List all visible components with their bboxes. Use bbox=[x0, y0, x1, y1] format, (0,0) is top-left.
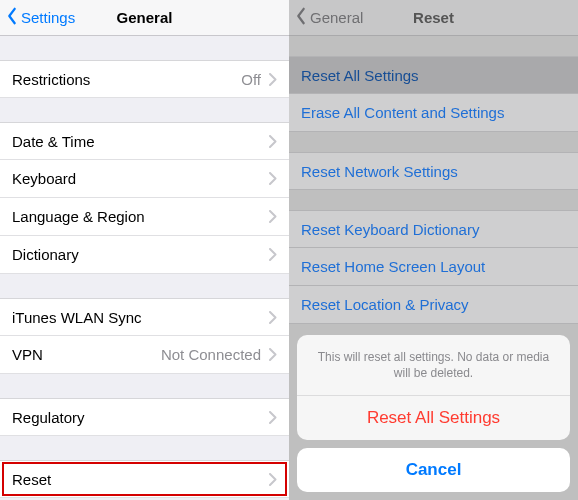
back-to-general-button[interactable]: General bbox=[295, 7, 363, 28]
chevron-left-icon bbox=[295, 7, 310, 28]
cell-date-time[interactable]: Date & Time bbox=[0, 122, 289, 160]
cell-label: Reset bbox=[12, 471, 269, 488]
cell-value: Not Connected bbox=[161, 346, 261, 363]
cancel-button[interactable]: Cancel bbox=[297, 448, 570, 492]
cell-itunes-wlan-sync[interactable]: iTunes WLAN Sync bbox=[0, 298, 289, 336]
cell-reset-network[interactable]: Reset Network Settings bbox=[289, 152, 578, 190]
chevron-left-icon bbox=[6, 7, 21, 28]
cell-label: iTunes WLAN Sync bbox=[12, 309, 269, 326]
cell-restrictions[interactable]: Restrictions Off bbox=[0, 60, 289, 98]
group-reset-c: Reset Keyboard Dictionary Reset Home Scr… bbox=[289, 210, 578, 324]
chevron-right-icon bbox=[269, 248, 277, 261]
navbar-general: Settings General bbox=[0, 0, 289, 36]
chevron-right-icon bbox=[269, 73, 277, 86]
cell-reset-location-privacy[interactable]: Reset Location & Privacy bbox=[289, 286, 578, 324]
action-sheet-main: This will reset all settings. No data or… bbox=[297, 335, 570, 440]
back-label: General bbox=[310, 9, 363, 26]
cell-label: Reset Keyboard Dictionary bbox=[301, 221, 566, 238]
cell-label: Erase All Content and Settings bbox=[301, 104, 566, 121]
cell-label: Dictionary bbox=[12, 246, 269, 263]
page-title: General bbox=[117, 9, 173, 26]
action-sheet-message: This will reset all settings. No data or… bbox=[297, 335, 570, 396]
group-restrictions: Restrictions Off bbox=[0, 60, 289, 98]
cell-dictionary[interactable]: Dictionary bbox=[0, 236, 289, 274]
reset-screen: General Reset Reset All Settings Erase A… bbox=[289, 0, 578, 500]
general-settings-screen: Settings General Restrictions Off Date &… bbox=[0, 0, 289, 500]
cell-value: Off bbox=[241, 71, 261, 88]
group-reset-a: Reset All Settings Erase All Content and… bbox=[289, 56, 578, 132]
group-reset-b: Reset Network Settings bbox=[289, 152, 578, 190]
cell-reset-all-settings[interactable]: Reset All Settings bbox=[289, 56, 578, 94]
group-locale: Date & Time Keyboard Language & Region D… bbox=[0, 122, 289, 274]
chevron-right-icon bbox=[269, 411, 277, 424]
group-network: iTunes WLAN Sync VPN Not Connected bbox=[0, 298, 289, 374]
cell-regulatory[interactable]: Regulatory bbox=[0, 398, 289, 436]
group-reset: Reset bbox=[0, 460, 289, 498]
cell-erase-all-content[interactable]: Erase All Content and Settings bbox=[289, 94, 578, 132]
cell-label: Regulatory bbox=[12, 409, 269, 426]
chevron-right-icon bbox=[269, 348, 277, 361]
back-to-settings-button[interactable]: Settings bbox=[6, 7, 75, 28]
cell-label: Reset Home Screen Layout bbox=[301, 258, 566, 275]
cell-reset-keyboard-dictionary[interactable]: Reset Keyboard Dictionary bbox=[289, 210, 578, 248]
cell-label: Date & Time bbox=[12, 133, 269, 150]
cell-language-region[interactable]: Language & Region bbox=[0, 198, 289, 236]
cell-reset[interactable]: Reset bbox=[0, 460, 289, 498]
group-regulatory: Regulatory bbox=[0, 398, 289, 436]
cell-reset-home-screen[interactable]: Reset Home Screen Layout bbox=[289, 248, 578, 286]
action-sheet: This will reset all settings. No data or… bbox=[297, 335, 570, 492]
cell-label: Restrictions bbox=[12, 71, 241, 88]
cell-label: Language & Region bbox=[12, 208, 269, 225]
cell-keyboard[interactable]: Keyboard bbox=[0, 160, 289, 198]
chevron-right-icon bbox=[269, 311, 277, 324]
cell-label: Reset Network Settings bbox=[301, 163, 566, 180]
cell-label: Reset Location & Privacy bbox=[301, 296, 566, 313]
cell-label: VPN bbox=[12, 346, 161, 363]
reset-all-settings-button[interactable]: Reset All Settings bbox=[297, 396, 570, 440]
cell-label: Keyboard bbox=[12, 170, 269, 187]
chevron-right-icon bbox=[269, 473, 277, 486]
chevron-right-icon bbox=[269, 210, 277, 223]
navbar-reset: General Reset bbox=[289, 0, 578, 36]
chevron-right-icon bbox=[269, 172, 277, 185]
chevron-right-icon bbox=[269, 135, 277, 148]
page-title: Reset bbox=[413, 9, 454, 26]
back-label: Settings bbox=[21, 9, 75, 26]
cell-vpn[interactable]: VPN Not Connected bbox=[0, 336, 289, 374]
cell-label: Reset All Settings bbox=[301, 67, 566, 84]
